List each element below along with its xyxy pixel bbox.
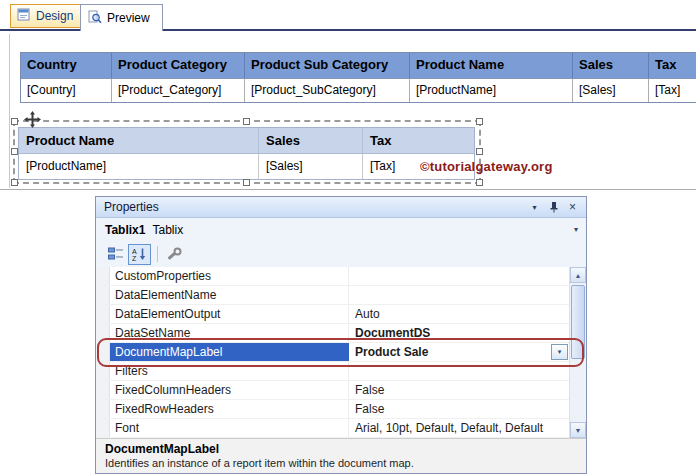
selection-handle[interactable] xyxy=(476,179,483,186)
field-cell[interactable]: [Product_Category] xyxy=(112,79,245,102)
property-row[interactable]: FixedRowHeaders False xyxy=(96,400,569,419)
object-type: Tablix xyxy=(152,223,183,237)
svg-text:Z: Z xyxy=(132,255,137,262)
field-cell[interactable]: [Sales] xyxy=(573,79,649,102)
watermark-text: ©tutorialgateway.org xyxy=(420,159,553,174)
property-row[interactable]: FixedColumnHeaders False xyxy=(96,381,569,400)
property-name[interactable]: Filters xyxy=(110,362,349,380)
row-gutter xyxy=(96,286,110,304)
property-value[interactable]: Product Sale ▾ xyxy=(349,343,569,361)
property-row[interactable]: DataSetName DocumentDS xyxy=(96,324,569,343)
field-cell[interactable]: [Sales] xyxy=(259,154,363,179)
column-header-cell[interactable]: Product Name xyxy=(19,128,259,153)
column-header-cell[interactable]: Product Name xyxy=(410,53,573,78)
tab-design[interactable]: Design xyxy=(10,4,84,28)
properties-title: Properties xyxy=(104,200,159,214)
property-name[interactable]: DataElementOutput xyxy=(110,305,349,323)
column-header-cell[interactable]: Country xyxy=(21,53,112,78)
table-data-row: [ProductName] [Sales] [Tax] xyxy=(19,154,474,179)
property-value[interactable] xyxy=(349,267,569,285)
property-row[interactable]: Filters xyxy=(96,362,569,381)
field-cell[interactable]: [Tax] xyxy=(649,79,696,102)
property-value[interactable]: Auto xyxy=(349,305,569,323)
field-cell[interactable]: [ProductName] xyxy=(19,154,259,179)
close-icon[interactable]: × xyxy=(564,200,581,215)
tab-design-label: Design xyxy=(36,9,73,23)
object-selector-combo[interactable]: Tablix1 Tablix ▾ xyxy=(96,218,586,241)
selection-handle[interactable] xyxy=(476,148,483,155)
property-name[interactable]: FixedRowHeaders xyxy=(110,400,349,418)
object-name: Tablix1 xyxy=(105,223,145,237)
design-surface-divider xyxy=(0,189,696,190)
tab-preview-label: Preview xyxy=(107,11,150,25)
scrollbar-thumb[interactable] xyxy=(571,285,585,359)
chevron-down-icon: ▾ xyxy=(574,225,578,234)
property-value[interactable] xyxy=(349,286,569,304)
column-header-cell[interactable]: Sales xyxy=(259,128,363,153)
selection-handle[interactable] xyxy=(243,118,250,125)
properties-panel: Properties ▾ × Tablix1 Tablix ▾ AZ xyxy=(95,196,587,474)
row-gutter xyxy=(96,343,110,361)
column-header-cell[interactable]: Tax xyxy=(363,128,474,153)
row-gutter xyxy=(96,267,110,285)
pin-icon[interactable] xyxy=(545,200,562,215)
selection-handle[interactable] xyxy=(11,148,18,155)
properties-title-bar[interactable]: Properties ▾ × xyxy=(96,197,586,218)
property-value[interactable] xyxy=(349,362,569,380)
scroll-down-button[interactable]: ▼ xyxy=(570,422,586,438)
row-gutter xyxy=(96,419,110,437)
column-header-cell[interactable]: Tax xyxy=(649,53,696,78)
property-row[interactable]: CustomProperties xyxy=(96,267,569,286)
svg-text:A: A xyxy=(132,248,137,255)
selection-handle[interactable] xyxy=(476,118,483,125)
property-row[interactable]: DataElementName xyxy=(96,286,569,305)
report-table-selected[interactable]: Product Name Sales Tax [ProductName] [Sa… xyxy=(18,127,475,180)
field-cell[interactable]: [Country] xyxy=(21,79,112,102)
property-name[interactable]: CustomProperties xyxy=(110,267,349,285)
selection-handle[interactable] xyxy=(11,118,18,125)
alphabetical-sort-button[interactable]: AZ xyxy=(128,244,151,265)
row-gutter xyxy=(96,324,110,342)
property-row[interactable]: DataElementOutput Auto xyxy=(96,305,569,324)
property-row-documentmaplabel[interactable]: DocumentMapLabel Product Sale ▾ xyxy=(96,343,569,362)
scroll-up-button[interactable]: ▲ xyxy=(570,267,586,283)
property-value[interactable]: False xyxy=(349,381,569,399)
column-header-cell[interactable]: Product Category xyxy=(112,53,245,78)
dropdown-button[interactable]: ▾ xyxy=(551,344,568,360)
selection-handle[interactable] xyxy=(11,179,18,186)
move-handle-icon[interactable] xyxy=(24,111,41,128)
property-value-text: Product Sale xyxy=(355,345,428,359)
tab-preview[interactable]: Preview xyxy=(80,4,163,31)
window-menu-button[interactable]: ▾ xyxy=(526,200,543,215)
property-name[interactable]: DocumentMapLabel xyxy=(110,343,349,361)
property-rows: CustomProperties DataElementName DataEle… xyxy=(96,267,569,438)
property-value[interactable]: Arial, 10pt, Default, Default, Default xyxy=(349,419,569,437)
row-gutter xyxy=(96,381,110,399)
properties-toolbar: AZ xyxy=(96,241,586,267)
help-description: Identifies an instance of a report item … xyxy=(105,457,577,469)
property-description-pane: DocumentMapLabel Identifies an instance … xyxy=(96,438,586,473)
property-value[interactable]: False xyxy=(349,400,569,418)
report-designer-window: Design Preview Country Product Category … xyxy=(0,0,696,474)
property-pages-wrench-icon[interactable] xyxy=(163,244,186,265)
scrollbar[interactable]: ▲ ▼ xyxy=(569,267,586,438)
table-header-row: Product Name Sales Tax xyxy=(19,128,474,154)
report-table-main: Country Product Category Product Sub Cat… xyxy=(20,52,696,103)
field-cell[interactable]: [Product_SubCategory] xyxy=(245,79,410,102)
row-gutter xyxy=(96,305,110,323)
property-name[interactable]: DataSetName xyxy=(110,324,349,342)
column-header-cell[interactable]: Sales xyxy=(573,53,649,78)
property-value[interactable]: DocumentDS xyxy=(349,324,569,342)
property-name[interactable]: Font xyxy=(110,419,349,437)
selection-handle[interactable] xyxy=(243,179,250,186)
property-grid: CustomProperties DataElementName DataEle… xyxy=(96,267,586,438)
design-surface-icon xyxy=(17,8,31,25)
property-row[interactable]: Font Arial, 10pt, Default, Default, Defa… xyxy=(96,419,569,438)
categorized-button[interactable] xyxy=(104,244,127,265)
help-title: DocumentMapLabel xyxy=(105,442,577,456)
property-name[interactable]: FixedColumnHeaders xyxy=(110,381,349,399)
table-header-row: Country Product Category Product Sub Cat… xyxy=(21,53,696,78)
column-header-cell[interactable]: Product Sub Category xyxy=(245,53,410,78)
property-name[interactable]: DataElementName xyxy=(110,286,349,304)
field-cell[interactable]: [ProductName] xyxy=(410,79,573,102)
